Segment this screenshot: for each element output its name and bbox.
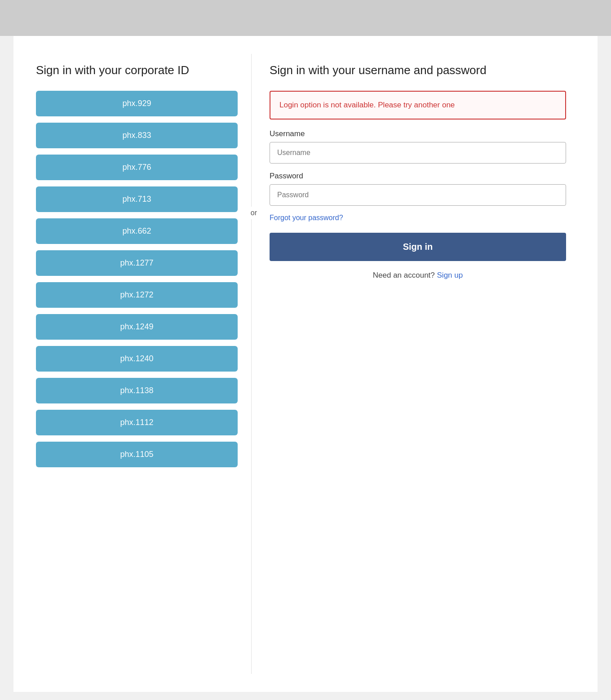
sign-in-button[interactable]: Sign in	[270, 233, 566, 261]
need-account-text: Need an account? Sign up	[270, 271, 566, 280]
left-panel: Sign in with your corporate ID phx.929ph…	[27, 54, 252, 674]
signup-link[interactable]: Sign up	[437, 271, 463, 279]
corp-id-button-phx.1277[interactable]: phx.1277	[36, 250, 238, 276]
corp-id-button-phx.776[interactable]: phx.776	[36, 155, 238, 180]
corp-id-button-phx.929[interactable]: phx.929	[36, 91, 238, 116]
username-password-title: Sign in with your username and password	[270, 63, 566, 78]
username-input[interactable]	[270, 142, 566, 164]
corporate-buttons-list: phx.929phx.833phx.776phx.713phx.662phx.1…	[36, 91, 238, 467]
corp-id-button-phx.1138[interactable]: phx.1138	[36, 378, 238, 403]
need-account-label: Need an account?	[373, 271, 437, 279]
or-separator: or	[248, 207, 259, 219]
corp-id-button-phx.662[interactable]: phx.662	[36, 218, 238, 244]
corp-id-button-phx.713[interactable]: phx.713	[36, 186, 238, 212]
corp-id-button-phx.1105[interactable]: phx.1105	[36, 442, 238, 467]
corp-id-button-phx.1240[interactable]: phx.1240	[36, 346, 238, 372]
corporate-id-title: Sign in with your corporate ID	[36, 63, 238, 78]
password-input[interactable]	[270, 184, 566, 206]
forgot-password-link[interactable]: Forgot your password?	[270, 214, 566, 222]
top-bar	[0, 0, 611, 36]
main-container: Sign in with your corporate ID phx.929ph…	[13, 36, 598, 692]
corp-id-button-phx.833[interactable]: phx.833	[36, 123, 238, 148]
corp-id-button-phx.1249[interactable]: phx.1249	[36, 314, 238, 340]
corp-id-button-phx.1272[interactable]: phx.1272	[36, 282, 238, 308]
corp-id-button-phx.1112[interactable]: phx.1112	[36, 410, 238, 435]
error-box: Login option is not available. Please tr…	[270, 91, 566, 120]
right-panel: Sign in with your username and password …	[252, 54, 584, 674]
username-label: Username	[270, 129, 566, 138]
password-label: Password	[270, 172, 566, 181]
error-message: Login option is not available. Please tr…	[279, 101, 455, 109]
